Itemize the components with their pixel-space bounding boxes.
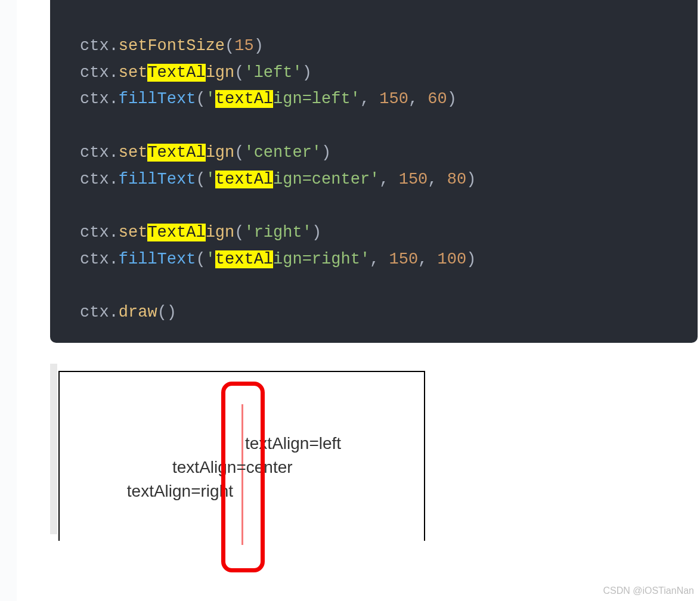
code-token: 150 [399,171,428,188]
code-token: 'right' [244,224,311,241]
code-token: ( [234,144,244,162]
code-token: ( [234,224,244,241]
code-token: ign=right' [273,250,370,268]
code-token: ( [234,64,244,82]
code-token: . [109,250,119,268]
diagram-shadow [50,364,57,534]
code-token: ( [225,37,234,55]
code-token: . [109,37,119,55]
highlight-token: textAl [215,90,273,108]
code-token: ' [206,250,215,268]
code-token: ign [206,224,235,241]
code-token: set [119,224,148,241]
code-token: ign=left' [273,90,360,108]
code-token: , [408,90,428,108]
code-token: ) [466,171,476,188]
code-token: , [360,90,379,108]
page-left-gutter [0,0,17,601]
code-token: ( [196,90,205,108]
code-token: ' [206,171,215,188]
code-token: fillText [119,250,196,268]
code-token: fillText [119,171,196,188]
code-token: 15 [234,37,253,55]
code-token: ) [321,144,331,162]
code-token: ( [196,250,205,268]
watermark-text: CSDN @iOSTianNan [603,585,694,596]
highlight-frame [221,382,265,572]
code-token: , [418,250,437,268]
code-token: 'left' [244,64,302,82]
code-token: 150 [389,250,419,268]
code-token: set [119,144,148,162]
code-token: ctx [80,171,109,188]
code-token: . [109,64,119,82]
label-align-right: textAlign=right [127,482,233,501]
code-token: set [119,64,148,82]
code-token: ) [466,250,476,268]
code-token: ) [302,64,312,82]
code-token: 150 [379,90,408,108]
code-token: . [109,90,119,108]
code-block: ctx.setFontSize(15) ctx.setTextAlign('le… [50,0,698,343]
code-token: . [109,171,119,188]
code-token: 'center' [244,144,321,162]
code-token: ign=center' [273,171,379,188]
code-token: ctx [80,250,109,268]
code-token: ign [206,64,235,82]
highlight-token: TextAl [147,64,205,82]
code-token: ctx [80,224,109,241]
code-token: draw [119,303,157,321]
code-token: , [370,250,389,268]
code-token: ) [312,224,321,241]
code-token: . [109,224,119,241]
code-token: ( [196,171,205,188]
code-token: . [109,144,119,162]
code-token: ) [447,90,457,108]
code-token: ctx [80,37,109,55]
code-token: ) [167,303,176,321]
code-token: setFontSize [119,37,225,55]
code-token: ctx [80,64,109,82]
code-token: ctx [80,303,109,321]
code-token: . [109,303,119,321]
highlight-token: textAl [215,171,273,188]
code-token: ign [206,144,235,162]
code-token: ) [254,37,264,55]
text-align-diagram: textAlign=left textAlign=center textAlig… [50,364,425,534]
code-token: 60 [428,90,447,108]
code-token: 80 [447,171,466,188]
highlight-token: TextAl [147,144,205,162]
code-token: ( [157,303,167,321]
highlight-token: TextAl [147,224,205,241]
code-token: , [379,171,398,188]
code-token: , [428,171,447,188]
highlight-token: textAl [215,250,273,268]
code-token: 100 [438,250,467,268]
code-token: ctx [80,90,109,108]
code-token: ' [206,90,215,108]
code-token: ctx [80,144,109,162]
diagram-box: textAlign=left textAlign=center textAlig… [58,371,425,541]
code-token: fillText [119,90,196,108]
